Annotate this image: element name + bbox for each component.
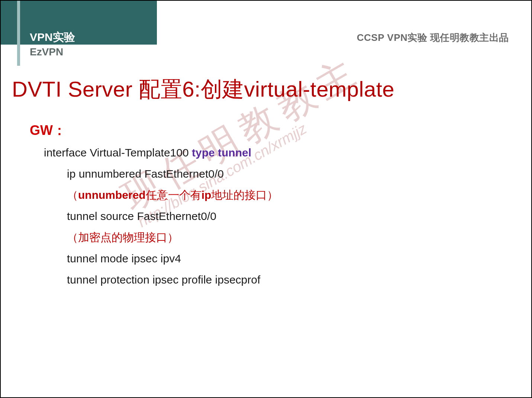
config-line-5: （加密点的物理接口） — [44, 227, 278, 248]
config-line-7: tunnel protection ipsec profile ipsecpro… — [44, 269, 278, 290]
slide-credit: CCSP VPN实验 现任明教教主出品 — [357, 31, 509, 44]
txt: 地址的接口） — [211, 189, 278, 201]
config-line-4: tunnel source FastEthernet0/0 — [44, 206, 278, 227]
config-line-6: tunnel mode ipsec ipv4 — [44, 248, 278, 269]
accent-bar — [17, 1, 20, 66]
gw-label: GW： — [30, 122, 66, 140]
txt: 任意一个有 — [146, 189, 201, 201]
kw-ip: ip — [201, 189, 212, 201]
keyword-type-tunnel: type tunnel — [192, 146, 251, 159]
config-line-1: interface Virtual-Template100 type tunne… — [44, 142, 278, 163]
header-subtitle: EzVPN — [30, 46, 63, 58]
config-text: interface Virtual-Template100 — [44, 146, 192, 159]
slide: VPN实验 EzVPN CCSP VPN实验 现任明教教主出品 现任明教教主 h… — [0, 0, 532, 398]
header-block — [1, 1, 157, 45]
config-block: interface Virtual-Template100 type tunne… — [44, 142, 278, 290]
config-line-2: ip unnumbered FastEthernet0/0 — [44, 163, 278, 184]
kw-unnumbered: unnumbered — [78, 189, 146, 201]
config-line-3: （unnumbered任意一个有ip地址的接口） — [44, 184, 278, 206]
slide-title: DVTI Server 配置6:创建virtual-template — [12, 75, 394, 104]
header-title: VPN实验 — [30, 30, 75, 45]
paren-open: （ — [67, 189, 78, 201]
